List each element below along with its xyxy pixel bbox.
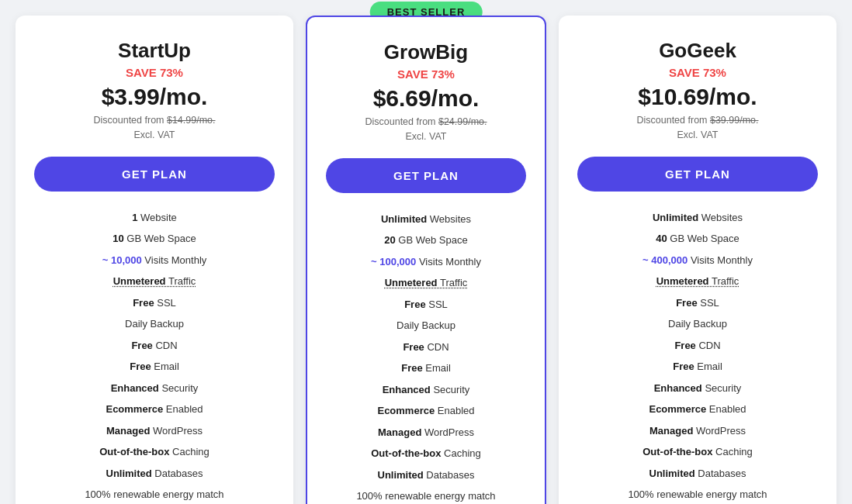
get-plan-button[interactable]: GET PLAN <box>326 158 526 193</box>
plans-container: StartUpSAVE 73%$3.99/mo.Discounted from … <box>16 16 836 504</box>
feature-item: Unmetered Traffic <box>577 271 818 292</box>
feature-item: Free Email <box>34 356 275 378</box>
plan-card-growbig: GrowBigSAVE 73%$6.69/mo.Discounted from … <box>306 16 546 504</box>
feature-item: Daily Backup <box>577 313 818 335</box>
plan-name: StartUp <box>34 39 275 63</box>
feature-item: Managed WordPress <box>577 420 818 442</box>
feature-item: Free Email <box>326 357 526 379</box>
feature-item: Free Email <box>577 356 818 378</box>
plan-card-startup: StartUpSAVE 73%$3.99/mo.Discounted from … <box>16 16 293 504</box>
original-price: Discounted from $24.99/mo.Excl. VAT <box>326 115 526 144</box>
save-label: SAVE 73% <box>34 66 275 79</box>
plan-name: GrowBig <box>326 40 526 64</box>
feature-item: Unlimited Databases <box>34 463 275 485</box>
feature-item: Ecommerce Enabled <box>326 400 526 422</box>
original-price: Discounted from $39.99/mo.Excl. VAT <box>577 113 818 143</box>
features-list: 1 Website10 GB Web Space~ 10,000 Visits … <box>34 207 275 505</box>
feature-item: Unmetered Traffic <box>326 272 526 294</box>
plan-price: $3.99/mo. <box>34 84 275 110</box>
get-plan-button[interactable]: GET PLAN <box>34 157 275 192</box>
feature-item: Out-of-the-box Caching <box>34 441 275 463</box>
plan-price: $6.69/mo. <box>326 85 526 112</box>
feature-item: 100% renewable energy match <box>326 485 526 504</box>
feature-item: ~ 100,000 Visits Monthly <box>326 251 526 273</box>
feature-item: Free SSL <box>34 292 275 314</box>
plan-card-gogeek: GoGeekSAVE 73%$10.69/mo.Discounted from … <box>559 16 836 504</box>
feature-item: Unlimited Websites <box>326 209 526 230</box>
feature-item: Daily Backup <box>34 313 275 335</box>
feature-item: 20 GB Web Space <box>326 230 526 251</box>
plan-name: GoGeek <box>577 39 818 63</box>
feature-item: Managed WordPress <box>34 420 275 442</box>
features-list: Unlimited Websites40 GB Web Space~ 400,0… <box>577 207 818 505</box>
feature-item: 40 GB Web Space <box>577 228 818 250</box>
feature-item: Ecommerce Enabled <box>34 399 275 420</box>
feature-item: Managed WordPress <box>326 422 526 444</box>
feature-item: Enhanced Security <box>577 378 818 399</box>
feature-item: 100% renewable energy match <box>577 484 818 504</box>
feature-item: Unmetered Traffic <box>34 271 275 292</box>
feature-item: 100% renewable energy match <box>34 484 275 504</box>
feature-item: 10 GB Web Space <box>34 228 275 250</box>
feature-item: ~ 400,000 Visits Monthly <box>577 250 818 271</box>
feature-item: Ecommerce Enabled <box>577 399 818 420</box>
feature-item: Unlimited Databases <box>326 464 526 486</box>
save-label: SAVE 73% <box>577 66 818 79</box>
feature-item: Enhanced Security <box>34 378 275 399</box>
get-plan-button[interactable]: GET PLAN <box>577 157 818 192</box>
save-label: SAVE 73% <box>326 67 526 81</box>
original-price: Discounted from $14.99/mo.Excl. VAT <box>34 113 275 143</box>
feature-item: Unlimited Websites <box>577 207 818 229</box>
feature-item: Unlimited Databases <box>577 463 818 485</box>
feature-item: Free CDN <box>34 335 275 357</box>
feature-item: Out-of-the-box Caching <box>326 443 526 464</box>
feature-item: 1 Website <box>34 207 275 229</box>
feature-item: ~ 10,000 Visits Monthly <box>34 250 275 271</box>
feature-item: Enhanced Security <box>326 379 526 401</box>
plan-wrapper-growbig: BEST SELLERGrowBigSAVE 73%$6.69/mo.Disco… <box>306 16 546 504</box>
feature-item: Free SSL <box>577 292 818 314</box>
feature-item: Free SSL <box>326 294 526 316</box>
feature-item: Free CDN <box>326 337 526 358</box>
features-list: Unlimited Websites20 GB Web Space~ 100,0… <box>326 209 526 505</box>
feature-item: Daily Backup <box>326 315 526 337</box>
plan-price: $10.69/mo. <box>577 84 818 110</box>
feature-item: Out-of-the-box Caching <box>577 441 818 463</box>
feature-item: Free CDN <box>577 335 818 357</box>
